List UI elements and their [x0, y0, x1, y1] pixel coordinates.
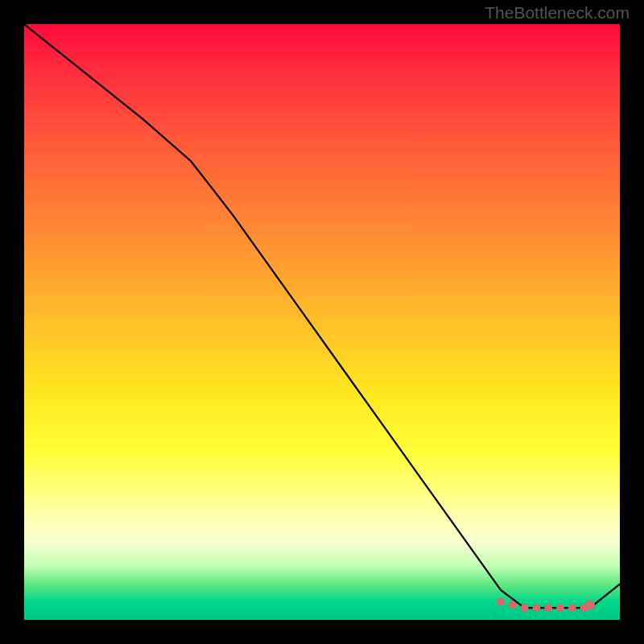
highlight-point — [544, 604, 552, 612]
highlight-point — [568, 604, 576, 612]
bottleneck-curve — [24, 24, 620, 608]
optimal-range-points — [497, 598, 595, 612]
highlight-point — [556, 604, 564, 612]
highlight-point — [509, 601, 517, 609]
highlight-point — [585, 601, 595, 610]
highlight-point — [532, 604, 540, 612]
watermark-text: TheBottleneck.com — [485, 3, 630, 23]
highlight-point — [497, 598, 505, 606]
highlight-point — [521, 604, 529, 612]
chart-plot-area — [24, 24, 620, 620]
chart-svg — [24, 24, 620, 620]
